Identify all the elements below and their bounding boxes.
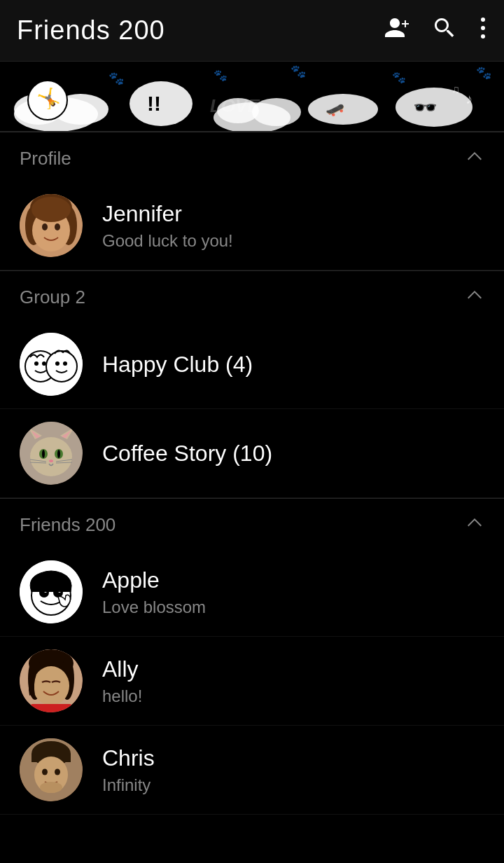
svg-text:🕶️: 🕶️ <box>413 96 438 119</box>
item-sub-jennifer: Good luck to you! <box>102 231 233 251</box>
item-info-happy-club: Happy Club (4) <box>102 352 253 378</box>
avatar-coffee-story <box>20 422 83 485</box>
svg-point-39 <box>55 361 59 366</box>
svg-point-40 <box>63 361 67 366</box>
item-sub-apple: Love blossom <box>102 598 206 617</box>
avatar-chris <box>20 738 83 801</box>
svg-point-38 <box>42 361 46 366</box>
add-friend-icon[interactable] <box>385 15 410 46</box>
chevron-up-friends200[interactable] <box>465 513 484 537</box>
svg-text:🐾: 🐾 <box>290 64 307 79</box>
svg-point-42 <box>30 437 72 476</box>
svg-text:🐾: 🐾 <box>108 71 125 86</box>
avatar-happy-club <box>20 333 83 396</box>
item-info-chris: Chris Infinity <box>102 745 155 795</box>
svg-point-49 <box>42 450 45 458</box>
item-info-ally: Ally hello! <box>102 656 142 706</box>
item-sub-chris: Infinity <box>102 775 155 795</box>
svg-rect-69 <box>30 704 72 712</box>
header-actions <box>385 15 487 46</box>
item-name-chris: Chris <box>102 745 155 771</box>
item-info-apple: Apple Love blossom <box>102 567 206 617</box>
list-item-happy-club[interactable]: Happy Club (4) <box>0 320 504 409</box>
banner: 🤸 !! 🛹 🕶️ 🐾 🐾 🐾 🐾 🐾 ♪ ♫ LOVE <box>0 62 504 132</box>
svg-point-0 <box>481 18 485 22</box>
svg-line-63 <box>43 585 43 588</box>
svg-point-50 <box>57 450 60 458</box>
list-item-coffee-story[interactable]: Coffee Story (10) <box>0 409 504 498</box>
svg-text:!!: !! <box>147 92 161 115</box>
avatar-jennifer <box>20 194 83 257</box>
header: Friends 200 <box>0 0 504 62</box>
section-title-profile: Profile <box>20 148 71 170</box>
more-icon[interactable] <box>479 15 487 46</box>
svg-text:🤸: 🤸 <box>36 87 61 110</box>
avatar-ally <box>20 649 83 712</box>
section-header-group2[interactable]: Group 2 <box>0 270 504 320</box>
item-name-jennifer: Jennifer <box>102 201 233 227</box>
item-name-coffee-story: Coffee Story (10) <box>102 441 272 467</box>
search-icon[interactable] <box>433 16 456 45</box>
svg-point-68 <box>33 666 69 705</box>
item-info-jennifer: Jennifer Good luck to you! <box>102 201 233 251</box>
list-item-ally[interactable]: Ally hello! <box>0 637 504 726</box>
list-item-jennifer[interactable]: Jennifer Good luck to you! <box>0 181 504 270</box>
chevron-up-group2[interactable] <box>465 285 484 309</box>
svg-point-32 <box>55 223 60 230</box>
section-header-profile[interactable]: Profile <box>0 132 504 181</box>
svg-point-75 <box>55 769 60 775</box>
svg-text:LOVE: LOVE <box>210 95 260 116</box>
svg-text:♫: ♫ <box>451 83 460 95</box>
svg-text:♪: ♪ <box>465 91 472 106</box>
svg-point-74 <box>42 769 48 775</box>
section-title-friends200: Friends 200 <box>20 514 115 536</box>
item-name-ally: Ally <box>102 656 142 682</box>
svg-point-36 <box>46 351 77 382</box>
list-item-chris[interactable]: Chris Infinity <box>0 726 504 815</box>
item-name-apple: Apple <box>102 567 206 593</box>
svg-point-31 <box>42 223 48 230</box>
svg-text:🛹: 🛹 <box>326 100 345 119</box>
svg-point-37 <box>34 361 38 366</box>
svg-point-2 <box>481 34 485 39</box>
svg-text:🐾: 🐾 <box>476 65 492 81</box>
svg-text:🐾: 🐾 <box>392 71 406 84</box>
svg-point-9 <box>130 81 192 126</box>
chevron-up-profile[interactable] <box>465 146 484 170</box>
section-header-friends200[interactable]: Friends 200 <box>0 498 504 548</box>
svg-text:🐾: 🐾 <box>214 69 227 82</box>
item-sub-ally: hello! <box>102 686 142 706</box>
svg-point-1 <box>481 26 485 30</box>
svg-point-33 <box>31 197 71 222</box>
item-info-coffee-story: Coffee Story (10) <box>102 441 272 467</box>
item-name-happy-club: Happy Club (4) <box>102 352 253 378</box>
page-title: Friends 200 <box>17 15 385 46</box>
svg-point-76 <box>40 782 62 793</box>
avatar-apple <box>20 560 83 623</box>
section-title-group2: Group 2 <box>20 286 85 308</box>
list-item-apple[interactable]: Apple Love blossom <box>0 548 504 637</box>
svg-point-51 <box>49 460 53 462</box>
